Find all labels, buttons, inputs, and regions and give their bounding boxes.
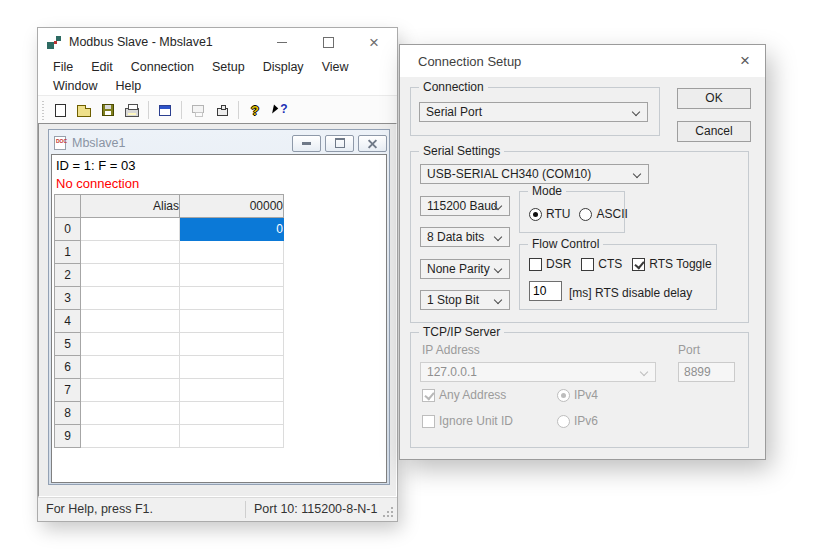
value-cell[interactable] — [180, 425, 284, 448]
titlebar[interactable]: Modbus Slave - Mbslave1 — [38, 28, 397, 56]
connection-type-select[interactable]: Serial Port — [419, 102, 648, 122]
dsr-checkbox[interactable] — [529, 258, 542, 271]
ip-address-select: 127.0.0.1 — [420, 362, 656, 382]
row-header[interactable]: 4 — [55, 310, 81, 333]
alias-cell[interactable] — [81, 241, 180, 264]
alias-cell[interactable] — [81, 356, 180, 379]
dialog-titlebar[interactable]: Connection Setup — [400, 45, 765, 77]
row-header[interactable]: 8 — [55, 402, 81, 425]
child-restore-icon[interactable] — [325, 135, 354, 152]
child-window: Mbslave1 ID = 1: F = 03 No connection Al… — [48, 129, 390, 485]
menu-item-file[interactable]: File — [44, 60, 82, 74]
toolbar — [38, 95, 397, 124]
minimize-icon[interactable] — [259, 29, 305, 56]
grid-corner-cell — [55, 195, 81, 218]
help-button[interactable] — [243, 99, 267, 121]
maximize-icon[interactable] — [305, 29, 351, 56]
register-info: ID = 1: F = 03 — [52, 155, 386, 175]
row-header[interactable]: 9 — [55, 425, 81, 448]
baud-rate-select[interactable]: 115200 Baud — [420, 196, 510, 216]
print-button[interactable] — [120, 99, 144, 121]
menubar: FileEditConnectionSetupDisplayView Windo… — [38, 56, 397, 95]
child-close-icon[interactable] — [358, 135, 387, 152]
alias-cell[interactable] — [81, 287, 180, 310]
table-row: 5 — [55, 333, 284, 356]
value-cell[interactable] — [180, 287, 284, 310]
value-cell[interactable] — [180, 356, 284, 379]
stop-bits-select[interactable]: 1 Stop Bit — [420, 290, 510, 310]
menu-item-edit[interactable]: Edit — [82, 60, 122, 74]
rts-toggle-checkbox[interactable] — [632, 258, 645, 271]
menu-item-setup[interactable]: Setup — [203, 60, 254, 74]
ok-button[interactable]: OK — [677, 88, 751, 109]
device-button[interactable] — [210, 99, 234, 121]
row-header[interactable]: 7 — [55, 379, 81, 402]
status-separator — [245, 501, 246, 518]
connection-status: No connection — [52, 175, 386, 193]
rts-delay-input[interactable] — [529, 281, 562, 301]
value-cell[interactable] — [180, 310, 284, 333]
rtu-radio[interactable] — [529, 208, 542, 221]
new-button[interactable] — [48, 99, 72, 121]
menu-item-window[interactable]: Window — [44, 79, 106, 93]
alias-cell[interactable] — [81, 218, 180, 241]
table-row: 6 — [55, 356, 284, 379]
status-port-text: Port 10: 115200-8-N-1 — [254, 502, 377, 516]
open-icon — [77, 108, 91, 117]
context-help-button[interactable] — [267, 99, 291, 121]
open-button[interactable] — [72, 99, 96, 121]
alias-cell[interactable] — [81, 379, 180, 402]
menu-item-view[interactable]: View — [313, 60, 358, 74]
child-titlebar[interactable]: Mbslave1 — [51, 132, 387, 154]
rtu-radio-label: RTU — [546, 207, 570, 221]
value-column-header[interactable]: 00000 — [180, 195, 284, 218]
value-cell[interactable] — [180, 264, 284, 287]
toolbar-grip-icon — [41, 99, 45, 121]
serial-port-select[interactable]: USB-SERIAL CH340 (COM10) — [420, 164, 649, 184]
row-header[interactable]: 5 — [55, 333, 81, 356]
ascii-radio[interactable] — [579, 208, 592, 221]
alias-cell[interactable] — [81, 264, 180, 287]
value-cell[interactable] — [180, 333, 284, 356]
alias-cell[interactable] — [81, 333, 180, 356]
ignore-unit-id-checkbox — [422, 415, 435, 428]
alias-column-header[interactable]: Alias — [81, 195, 180, 218]
close-icon[interactable] — [351, 29, 397, 56]
device-icon — [217, 108, 228, 116]
row-header[interactable]: 2 — [55, 264, 81, 287]
cts-checkbox[interactable] — [581, 258, 594, 271]
poll-definition-button — [186, 99, 210, 121]
tcp-ip-server-label: TCP/IP Server — [419, 325, 504, 339]
serial-settings-label: Serial Settings — [419, 144, 504, 158]
row-header[interactable]: 6 — [55, 356, 81, 379]
flow-control-label: Flow Control — [528, 237, 603, 251]
value-cell[interactable]: 0 — [180, 218, 284, 241]
parity-select[interactable]: None Parity — [420, 259, 510, 279]
rts-toggle-label: RTS Toggle — [649, 257, 711, 271]
value-cell[interactable] — [180, 241, 284, 264]
row-header[interactable]: 0 — [55, 218, 81, 241]
menu-row-1: FileEditConnectionSetupDisplayView — [44, 57, 397, 76]
save-button[interactable] — [96, 99, 120, 121]
data-bits-select[interactable]: 8 Data bits — [420, 227, 510, 247]
toolbar-separator — [148, 101, 149, 119]
cancel-button[interactable]: Cancel — [677, 121, 751, 142]
ipv6-radio — [557, 415, 570, 428]
display-setup-button[interactable] — [153, 99, 177, 121]
alias-cell[interactable] — [81, 402, 180, 425]
ipv6-radio-label: IPv6 — [574, 414, 598, 428]
alias-cell[interactable] — [81, 425, 180, 448]
row-header[interactable]: 3 — [55, 287, 81, 310]
table-row: 1 — [55, 241, 284, 264]
value-cell[interactable] — [180, 379, 284, 402]
alias-cell[interactable] — [81, 310, 180, 333]
dialog-close-icon[interactable] — [725, 46, 765, 76]
window-title: Modbus Slave - Mbslave1 — [69, 35, 259, 49]
child-minimize-icon[interactable] — [292, 135, 321, 152]
value-cell[interactable] — [180, 402, 284, 425]
menu-item-help[interactable]: Help — [106, 79, 150, 93]
row-header[interactable]: 1 — [55, 241, 81, 264]
status-help-text: For Help, press F1. — [46, 502, 153, 516]
menu-item-display[interactable]: Display — [254, 60, 313, 74]
menu-item-connection[interactable]: Connection — [122, 60, 203, 74]
